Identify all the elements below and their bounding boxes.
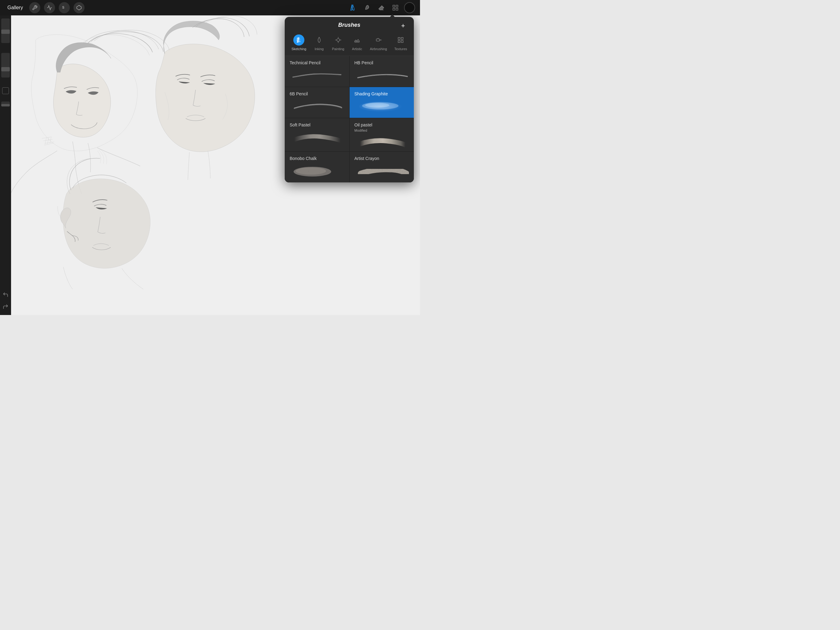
panel-header: Brushes +	[285, 17, 414, 32]
inking-icon-wrapper	[314, 35, 325, 46]
brush-preview-technical-pencil	[290, 68, 344, 81]
toolbar-left: Gallery S	[5, 2, 347, 13]
airbrushing-icon-wrapper	[373, 35, 384, 46]
hb-pencil-stroke	[355, 68, 409, 81]
extra-thumb[interactable]	[1, 104, 10, 106]
brush-preview-bonobo-chalk	[290, 164, 344, 176]
wrench-button[interactable]	[29, 2, 40, 13]
opacity-slider[interactable]	[1, 19, 10, 43]
brush-name-technical-pencil: Technical Pencil	[290, 60, 344, 65]
panel-arrow-indicator	[389, 14, 395, 18]
brush-subtitle-oil-pastel: Modified	[355, 128, 409, 132]
tab-textures[interactable]: Textures	[392, 33, 410, 52]
textures-icon-wrapper	[395, 35, 406, 46]
size-slider[interactable]	[1, 53, 10, 78]
shading-graphite-stroke	[355, 97, 409, 114]
sketching-label: Sketching	[292, 47, 306, 51]
layers-tool-button[interactable]	[390, 2, 401, 13]
user-avatar[interactable]	[404, 2, 415, 13]
airbrushing-label: Airbrushing	[370, 47, 387, 51]
brush-hb-pencil[interactable]: HB Pencil	[350, 56, 414, 87]
undo-button[interactable]	[1, 290, 10, 300]
eraser-tool-button[interactable]	[376, 2, 387, 13]
tab-painting[interactable]: Painting	[330, 33, 347, 52]
brush-name-shading-graphite: Shading Graphite	[355, 91, 409, 96]
inking-label: Inking	[314, 47, 324, 51]
painting-label: Painting	[332, 47, 344, 51]
painting-icon	[335, 36, 342, 43]
brush-preview-soft-pastel	[290, 130, 344, 143]
svg-marker-1	[77, 6, 81, 10]
brush-name-6b-pencil: 6B Pencil	[290, 91, 344, 96]
textures-label: Textures	[395, 47, 407, 51]
panel-title: Brushes	[338, 22, 360, 28]
brush-name-artist-crayon: Artist Crayon	[355, 156, 409, 161]
tab-airbrushing[interactable]: Airbrushing	[368, 33, 390, 52]
category-tabs: Sketching Inking Painting	[285, 32, 414, 56]
airbrushing-icon	[375, 36, 382, 43]
artistic-label: Artistic	[352, 47, 362, 51]
brush-name-hb-pencil: HB Pencil	[355, 60, 409, 65]
svg-rect-23	[401, 41, 403, 43]
svg-point-19	[381, 40, 382, 41]
sketching-icon-wrapper	[293, 35, 305, 46]
brush-6b-pencil[interactable]: 6B Pencil	[285, 87, 349, 118]
brush-preview-shading-graphite	[355, 99, 409, 112]
svg-rect-22	[398, 41, 400, 43]
brush-oil-pastel[interactable]: Oil pastel Modified	[350, 118, 414, 151]
artist-crayon-stroke	[355, 162, 409, 179]
toolbar-right	[347, 2, 415, 13]
brush-name-oil-pastel: Oil pastel	[355, 122, 409, 127]
tab-inking[interactable]: Inking	[311, 33, 327, 52]
brush-preview-oil-pastel	[355, 135, 409, 148]
oil-pastel-stroke	[355, 134, 409, 149]
brush-preview-hb-pencil	[355, 68, 409, 81]
redo-button[interactable]	[1, 302, 10, 312]
textures-icon	[397, 36, 404, 43]
technical-pencil-stroke	[290, 68, 344, 81]
brush-technical-pencil[interactable]: Technical Pencil	[285, 56, 349, 87]
brush-artist-crayon[interactable]: Artist Crayon	[350, 152, 414, 182]
brush-name-bonobo-chalk: Bonobo Chalk	[290, 156, 344, 161]
sidebar	[0, 15, 11, 315]
add-brush-button[interactable]: +	[398, 21, 408, 30]
magic-button[interactable]	[44, 2, 55, 13]
inking-icon	[316, 36, 322, 43]
brush-bonobo-chalk[interactable]: Bonobo Chalk	[285, 152, 349, 182]
brush-shading-graphite[interactable]: Shading Graphite	[350, 87, 414, 118]
svg-rect-21	[401, 38, 403, 40]
svg-point-16	[337, 38, 339, 41]
svg-point-28	[296, 167, 326, 175]
tab-artistic[interactable]: Artistic	[349, 33, 365, 52]
smudge-tool-button[interactable]	[362, 2, 373, 13]
transform-button[interactable]	[74, 2, 85, 13]
extra-slider[interactable]	[1, 101, 10, 106]
tab-sketching[interactable]: Sketching	[289, 33, 309, 52]
svg-rect-4	[396, 5, 398, 7]
artistic-icon	[354, 36, 360, 43]
svg-rect-5	[393, 8, 395, 10]
color-swatch[interactable]	[2, 87, 9, 94]
gallery-button[interactable]: Gallery	[5, 4, 25, 12]
artistic-icon-wrapper	[351, 35, 363, 46]
smudge-button[interactable]: S	[59, 2, 70, 13]
brush-preview-6b-pencil	[290, 99, 344, 112]
6b-pencil-stroke	[290, 99, 344, 112]
svg-rect-18	[376, 39, 380, 41]
svg-point-26	[365, 103, 389, 108]
painting-icon-wrapper	[333, 35, 344, 46]
opacity-thumb[interactable]	[1, 30, 10, 34]
brush-soft-pastel[interactable]: Soft Pastel	[285, 118, 349, 151]
soft-pastel-stroke	[290, 129, 344, 144]
svg-text:S: S	[62, 6, 64, 9]
brush-grid: Technical Pencil HB Pencil 6B Pencil	[285, 56, 414, 182]
svg-rect-3	[393, 5, 395, 7]
brush-name-soft-pastel: Soft Pastel	[290, 122, 344, 127]
bonobo-chalk-stroke	[290, 162, 344, 179]
svg-rect-6	[396, 8, 398, 10]
brush-preview-artist-crayon	[355, 164, 409, 176]
toolbar: Gallery S	[0, 0, 420, 15]
brushes-panel: Brushes + Sketching Inking	[285, 17, 414, 182]
pencil-tool-button[interactable]	[347, 2, 358, 13]
size-thumb[interactable]	[1, 67, 10, 71]
